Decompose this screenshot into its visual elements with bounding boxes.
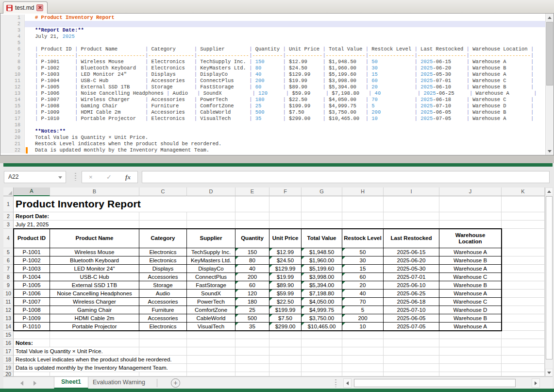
cell[interactable]: [269, 212, 302, 221]
column-header-E[interactable]: E: [235, 187, 269, 196]
cell[interactable]: [342, 364, 384, 372]
cell[interactable]: [502, 298, 545, 306]
cell[interactable]: 40: [235, 265, 269, 273]
editor-line[interactable]: 10| P-1003 | LED Monitor 24" | Displays …: [0, 71, 545, 78]
cell[interactable]: [502, 314, 545, 323]
cell[interactable]: [439, 347, 502, 356]
cell[interactable]: [139, 372, 187, 376]
cell[interactable]: Supplier: [187, 229, 235, 248]
row-header-4[interactable]: 4: [3, 229, 14, 248]
cell[interactable]: 2025-06-10: [384, 281, 439, 290]
cell[interactable]: [302, 356, 342, 364]
cell[interactable]: 10: [342, 323, 384, 331]
cell[interactable]: ComfortZone: [187, 306, 235, 314]
cell[interactable]: [139, 339, 187, 347]
cell[interactable]: Gaming Chair: [50, 306, 139, 314]
column-header-I[interactable]: I: [384, 187, 439, 196]
editor-line[interactable]: 9| P-1002 | Bluetooth Keyboard | Electro…: [0, 65, 545, 71]
cell[interactable]: [139, 347, 187, 356]
cell[interactable]: $129.99: [269, 265, 302, 273]
cell[interactable]: [502, 273, 545, 281]
cell[interactable]: TechSupply Inc.: [187, 248, 235, 256]
scroll-right-icon[interactable]: [532, 378, 540, 388]
cell[interactable]: Warehouse D: [439, 306, 502, 314]
column-header-K[interactable]: K: [502, 187, 545, 196]
cell[interactable]: 60: [342, 273, 384, 281]
cell[interactable]: 30: [342, 256, 384, 265]
cell[interactable]: 500: [235, 314, 269, 323]
cell[interactable]: [235, 196, 269, 212]
cell[interactable]: P-1004: [14, 273, 50, 281]
row-header-13[interactable]: 13: [3, 314, 14, 323]
cell[interactable]: $199.99: [269, 306, 302, 314]
cell[interactable]: [342, 221, 384, 229]
scroll-up-icon[interactable]: [545, 187, 553, 195]
editor-line[interactable]: 8| P-1001 | Wireless Mouse | Electronics…: [0, 59, 545, 65]
cell[interactable]: [439, 221, 502, 229]
editor-line[interactable]: 7|------------|----------------------|--…: [0, 52, 545, 59]
row-header-7[interactable]: 7: [3, 265, 14, 273]
cell[interactable]: [139, 331, 187, 339]
cell[interactable]: 70: [342, 298, 384, 306]
cell[interactable]: [384, 339, 439, 347]
cell[interactable]: [50, 372, 139, 376]
cell[interactable]: 2025-07-01: [384, 273, 439, 281]
cell[interactable]: Wireless Mouse: [50, 248, 139, 256]
cell[interactable]: $22.50: [269, 298, 302, 306]
cell[interactable]: External SSD 1TB: [50, 281, 139, 290]
cell[interactable]: 2025-07-05: [384, 323, 439, 331]
cell[interactable]: Storage: [139, 281, 187, 290]
cell[interactable]: $59.99: [269, 290, 302, 298]
cell[interactable]: Warehouse A: [439, 323, 502, 331]
cell[interactable]: [502, 229, 545, 248]
cell[interactable]: [502, 306, 545, 314]
cell[interactable]: Electronics: [139, 256, 187, 265]
next-sheet-icon[interactable]: [34, 381, 39, 386]
enter-icon[interactable]: ✓: [106, 173, 112, 181]
cell[interactable]: [302, 364, 342, 372]
tab-close-icon[interactable]: ✕: [36, 4, 43, 11]
cell[interactable]: Audio: [139, 290, 187, 298]
editor-line[interactable]: 1# Product Inventory Report: [0, 15, 545, 21]
cell[interactable]: [269, 356, 302, 364]
column-header-H[interactable]: H: [342, 187, 384, 196]
editor-line[interactable]: 22Data is updated monthly by the Invento…: [0, 147, 545, 153]
cell[interactable]: CableWorld: [187, 314, 235, 323]
add-sheet-button[interactable]: +: [171, 378, 180, 388]
row-header-18[interactable]: 18: [3, 356, 14, 364]
cell[interactable]: [187, 212, 235, 221]
cell[interactable]: Warehouse B: [439, 256, 502, 265]
cell[interactable]: 80: [235, 256, 269, 265]
cell[interactable]: [235, 212, 269, 221]
cell[interactable]: Report Date:: [14, 212, 139, 221]
editor-line[interactable]: 6| Product ID | Product Name | Category …: [0, 46, 545, 52]
cell[interactable]: Warehouse C: [439, 273, 502, 281]
scroll-thumb[interactable]: [354, 379, 516, 387]
cell[interactable]: [439, 339, 502, 347]
cell[interactable]: $3,750.00: [302, 314, 342, 323]
cell[interactable]: Accessories: [139, 298, 187, 306]
column-header-G[interactable]: G: [302, 187, 342, 196]
cell[interactable]: 2025-06-15: [384, 248, 439, 256]
cell[interactable]: [302, 212, 342, 221]
cell[interactable]: [502, 248, 545, 256]
cell[interactable]: Product Name: [50, 229, 139, 248]
cell[interactable]: [502, 339, 545, 347]
cell[interactable]: [187, 356, 235, 364]
cell[interactable]: [139, 221, 187, 229]
cell[interactable]: [342, 372, 384, 376]
row-header-15[interactable]: 15: [3, 331, 14, 339]
cell[interactable]: Warehouse B: [439, 281, 502, 290]
editor-vscrollbar[interactable]: [545, 14, 554, 155]
sheet-tab-sheet1[interactable]: Sheet1: [54, 377, 88, 389]
cell[interactable]: [384, 356, 439, 364]
cell[interactable]: [384, 364, 439, 372]
sheet-hscrollbar[interactable]: [343, 378, 540, 388]
scroll-thumb[interactable]: [546, 22, 553, 85]
scroll-left-icon[interactable]: [343, 378, 352, 388]
cell[interactable]: FastStorage: [187, 281, 235, 290]
cell[interactable]: [502, 331, 545, 339]
cell[interactable]: Warehouse A: [439, 265, 502, 273]
cell[interactable]: [342, 356, 384, 364]
cell[interactable]: [235, 347, 269, 356]
